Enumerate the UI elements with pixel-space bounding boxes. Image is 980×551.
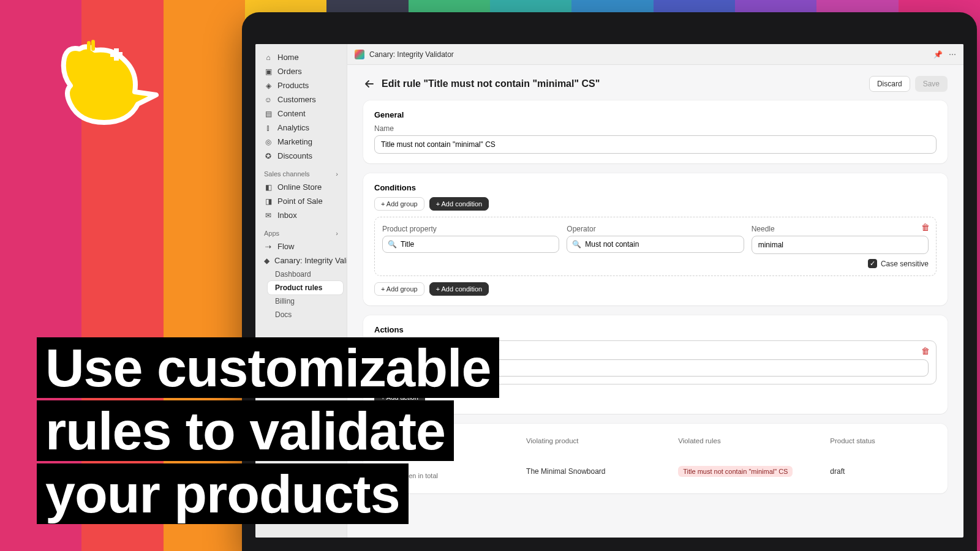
nav-icon: ✉ bbox=[264, 211, 273, 220]
delete-action-icon[interactable]: 🗑 bbox=[921, 346, 930, 356]
canary-bird-logo bbox=[37, 24, 159, 147]
subnav-product-rules[interactable]: Product rules bbox=[268, 281, 343, 294]
app-name: Canary: Integrity Validator bbox=[369, 50, 454, 59]
pin-icon[interactable]: 📌 bbox=[933, 50, 943, 59]
nav-icon: ⇢ bbox=[264, 242, 273, 251]
subnav-docs[interactable]: Docs bbox=[268, 308, 343, 321]
add-group-button-2[interactable]: + Add group bbox=[374, 282, 424, 296]
nav-inbox[interactable]: ✉Inbox bbox=[259, 208, 343, 222]
violating-product: The Minimal Snowboard bbox=[526, 467, 678, 476]
nav-icon: ▤ bbox=[264, 110, 273, 118]
general-heading: General bbox=[374, 110, 937, 119]
product-status: draft bbox=[830, 467, 937, 476]
nav-label: Online Store bbox=[277, 182, 322, 192]
rule-name-input[interactable] bbox=[374, 135, 937, 154]
save-button[interactable]: Save bbox=[915, 76, 948, 92]
nav-point-of-sale[interactable]: ◨Point of Sale bbox=[259, 194, 343, 208]
discard-button[interactable]: Discard bbox=[869, 76, 910, 92]
subnav-dashboard[interactable]: Dashboard bbox=[268, 268, 343, 281]
operator-label: Operator bbox=[567, 225, 744, 233]
app-icon bbox=[355, 50, 364, 59]
actions-heading: Actions bbox=[374, 325, 937, 334]
sales-channels-header[interactable]: Sales channels › bbox=[259, 168, 343, 180]
marketing-headline: Use customizable rules to validate your … bbox=[37, 337, 499, 527]
conditions-card: Conditions + Add group + Add condition 🗑… bbox=[363, 173, 948, 305]
nav-home[interactable]: ⌂Home bbox=[259, 50, 343, 64]
apps-header[interactable]: Apps › bbox=[259, 227, 343, 239]
operator-select[interactable]: 🔍 Must not contain bbox=[567, 236, 744, 253]
chevron-right-icon: › bbox=[336, 170, 338, 178]
case-sensitive-label: Case sensitive bbox=[881, 260, 929, 268]
col-product-status: Product status bbox=[830, 437, 937, 444]
product-property-select[interactable]: 🔍 Title bbox=[382, 236, 559, 253]
nav-icon: ◎ bbox=[264, 138, 273, 146]
nav-label: Home bbox=[277, 53, 299, 62]
name-label: Name bbox=[374, 124, 937, 133]
add-condition-button[interactable]: + Add condition bbox=[429, 197, 489, 211]
nav-label: Flow bbox=[277, 242, 294, 251]
general-card: General Name bbox=[363, 100, 948, 163]
violated-rule-badge: Title must not contain "minimal" CS bbox=[678, 466, 793, 477]
nav-label: Canary: Integrity Validator bbox=[274, 256, 347, 265]
back-button[interactable] bbox=[363, 78, 375, 90]
search-icon: 🔍 bbox=[388, 240, 397, 249]
nav-content[interactable]: ▤Content bbox=[259, 107, 343, 121]
nav-label: Point of Sale bbox=[277, 197, 323, 206]
nav-label: Orders bbox=[277, 67, 302, 76]
nav-icon: ◨ bbox=[264, 197, 273, 206]
nav-icon: ◧ bbox=[264, 183, 273, 192]
needle-input[interactable] bbox=[752, 236, 929, 254]
nav-online-store[interactable]: ◧Online Store bbox=[259, 180, 343, 194]
nav-customers[interactable]: ☺Customers bbox=[259, 92, 343, 107]
chevron-right-icon: › bbox=[336, 230, 338, 237]
nav-label: Marketing bbox=[277, 137, 312, 146]
nav-label: Inbox bbox=[277, 211, 297, 220]
nav-icon: ▣ bbox=[264, 67, 273, 76]
condition-group: 🗑 Product property 🔍 Title Operator bbox=[374, 217, 937, 276]
nav-label: Products bbox=[277, 81, 309, 90]
nav-analytics[interactable]: ⫿Analytics bbox=[259, 121, 343, 135]
nav-icon: ✪ bbox=[264, 152, 273, 160]
nav-label: Content bbox=[277, 109, 306, 118]
nav-label: Customers bbox=[277, 95, 316, 104]
nav-marketing[interactable]: ◎Marketing bbox=[259, 135, 343, 149]
more-icon[interactable]: ⋯ bbox=[949, 50, 956, 59]
nav-icon: ⫿ bbox=[264, 124, 273, 132]
nav-icon: ◆ bbox=[264, 257, 270, 265]
conditions-heading: Conditions bbox=[374, 183, 937, 192]
col-violating-product: Violating product bbox=[526, 437, 678, 444]
col-violated-rules: Violated rules bbox=[678, 437, 830, 444]
product-property-label: Product property bbox=[382, 225, 559, 233]
nav-icon: ☺ bbox=[264, 96, 273, 104]
needle-label: Needle bbox=[752, 225, 929, 233]
app-topbar: Canary: Integrity Validator 📌 ⋯ bbox=[347, 44, 963, 65]
nav-orders[interactable]: ▣Orders bbox=[259, 64, 343, 78]
nav-label: Analytics bbox=[277, 123, 309, 132]
nav-icon: ⌂ bbox=[264, 53, 273, 62]
page-title: Edit rule "Title must not contain "minim… bbox=[382, 78, 600, 89]
add-group-button[interactable]: + Add group bbox=[374, 197, 424, 211]
nav-label: Discounts bbox=[277, 151, 312, 160]
delete-condition-icon[interactable]: 🗑 bbox=[921, 222, 930, 232]
search-icon: 🔍 bbox=[572, 240, 581, 249]
case-sensitive-checkbox[interactable]: ✓ bbox=[868, 259, 877, 268]
nav-discounts[interactable]: ✪Discounts bbox=[259, 149, 343, 163]
nav-canary-integrity-validator[interactable]: ◆Canary: Integrity Validator bbox=[259, 253, 343, 268]
nav-icon: ◈ bbox=[264, 81, 273, 90]
subnav-billing[interactable]: Billing bbox=[268, 294, 343, 308]
nav-flow[interactable]: ⇢Flow bbox=[259, 239, 343, 253]
add-condition-button-2[interactable]: + Add condition bbox=[429, 282, 489, 296]
nav-products[interactable]: ◈Products bbox=[259, 78, 343, 92]
